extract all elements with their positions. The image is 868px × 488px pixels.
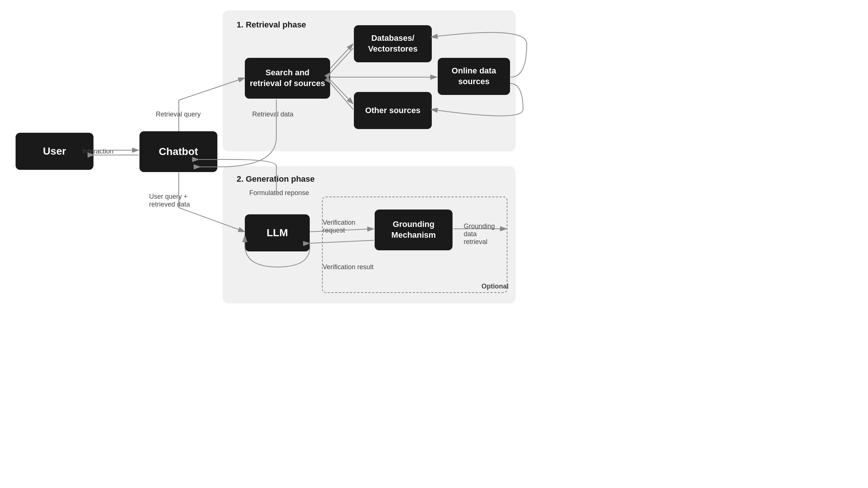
other-box: Other sources xyxy=(354,92,432,129)
chatbot-box: Chatbot xyxy=(139,131,217,172)
formulated-response-label: Formulated reponse xyxy=(249,189,309,197)
grounding-data-label: Grounding data retrieval xyxy=(464,222,495,246)
retrieval-phase-label: 1. Retrieval phase xyxy=(237,20,306,30)
user-query-label: User query + retrieved data xyxy=(149,193,190,208)
interaction-label: Interaction xyxy=(82,148,114,155)
retrieval-query-label: Retrieval query xyxy=(156,111,201,118)
user-box: User xyxy=(16,133,93,170)
verification-request-label: Verification request xyxy=(323,219,355,234)
diagram-container: Optional 1. Retrieval phase 2. Generatio… xyxy=(0,0,868,488)
retrieval-data-label: Retrieval data xyxy=(252,111,293,118)
databases-box: Databases/ Vectorstores xyxy=(354,25,432,62)
optional-label: Optional xyxy=(481,283,509,290)
generation-phase-label: 2. Generation phase xyxy=(237,174,315,184)
grounding-box: Grounding Mechanism xyxy=(375,210,453,250)
llm-box: LLM xyxy=(245,214,310,251)
online-box: Online data sources xyxy=(438,58,510,95)
search-box: Search and retrieval of sources xyxy=(245,58,330,99)
verification-result-label: Verification result xyxy=(323,263,374,271)
